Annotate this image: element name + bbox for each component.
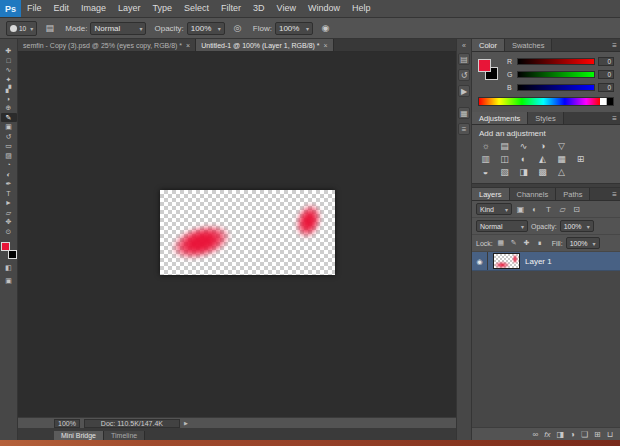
menu-select[interactable]: Select [178,0,215,17]
kind-filter-select[interactable]: Kind ▾ [476,203,512,215]
history-brush-tool[interactable]: ↺ [1,132,17,142]
blur-tool[interactable]: ◔ [1,160,17,170]
layer-name[interactable]: Layer 1 [525,257,552,266]
info-panel-icon[interactable]: ▦ [458,107,470,119]
filter-adjustment-layers-icon[interactable]: ◐ [529,205,540,214]
document-canvas[interactable] [160,190,335,275]
canvas-workspace[interactable] [18,52,456,417]
menu-help[interactable]: Help [346,0,377,17]
quick-selection-tool[interactable]: ✦ [1,75,17,85]
new-group-icon[interactable]: ❏ [581,428,588,441]
lock-all-icon[interactable]: ∎ [535,239,545,247]
lock-image-icon[interactable]: ✎ [509,239,519,247]
tab-layers[interactable]: Layers [472,188,510,200]
tab-timeline[interactable]: Timeline [104,431,145,440]
filter-pixel-layers-icon[interactable]: ▣ [515,205,526,214]
menu-edit[interactable]: Edit [48,0,76,17]
navigator-panel-icon[interactable]: ≡ [458,123,470,135]
vibrance-icon[interactable]: ▽ [552,140,571,153]
menu-3d[interactable]: 3D [247,0,271,17]
layer-visibility-eye-icon[interactable]: ◉ [472,252,488,270]
threshold-icon[interactable]: ◨ [514,166,533,179]
menu-filter[interactable]: Filter [215,0,247,17]
rectangular-marquee-tool[interactable]: □ [1,56,17,66]
menu-window[interactable]: Window [302,0,346,17]
close-icon[interactable]: × [186,42,190,49]
move-tool[interactable]: ✚ [1,46,17,56]
shape-tool[interactable]: ▱ [1,208,17,218]
zoom-tool[interactable]: ⊙ [1,227,17,237]
dodge-tool[interactable]: ◐ [1,170,17,180]
foreground-color-swatch[interactable] [1,242,10,251]
flow-select[interactable]: 100% ▾ [275,22,313,35]
layer-blend-mode-select[interactable]: Normal ▾ [476,220,528,232]
lock-position-icon[interactable]: ✚ [522,239,532,247]
photo-filter-icon[interactable]: ◭ [533,153,552,166]
tab-adjustments[interactable]: Adjustments [472,112,528,124]
posterize-icon[interactable]: ▧ [495,166,514,179]
layer-thumbnail[interactable] [493,253,520,269]
panel-menu-icon[interactable]: ≡ [612,188,617,201]
toggle-brush-panel-icon[interactable]: ▤ [42,23,57,33]
background-color-swatch[interactable] [8,250,17,259]
hand-tool[interactable]: ✥ [1,217,17,227]
status-options-arrow-icon[interactable]: ▶ [184,420,188,426]
foreground-color-swatch[interactable] [478,59,491,72]
link-layers-icon[interactable]: ∞ [533,428,539,441]
quick-mask-icon[interactable]: ◧ [5,263,12,272]
menu-type[interactable]: Type [147,0,179,17]
black-white-icon[interactable]: ◐ [514,153,533,166]
blue-value-field[interactable]: 0 [598,83,614,92]
menu-image[interactable]: Image [75,0,112,17]
channel-mixer-icon[interactable]: ▦ [552,153,571,166]
opacity-select[interactable]: 100% ▾ [187,22,225,35]
color-balance-icon[interactable]: ◫ [495,153,514,166]
new-layer-icon[interactable]: ⊞ [594,428,601,441]
new-adjustment-layer-icon[interactable]: ◑ [570,428,575,441]
color-lookup-icon[interactable]: ⊞ [571,153,590,166]
gradient-map-icon[interactable]: ▩ [533,166,552,179]
lasso-tool[interactable]: ∿ [1,65,17,75]
history-panel-icon[interactable]: ↺ [458,69,470,81]
type-tool[interactable]: T [1,189,17,199]
brush-tool[interactable]: ✎ [1,113,17,123]
path-selection-tool[interactable]: ► [1,198,17,208]
tab-mini-bridge[interactable]: Mini Bridge [54,431,104,440]
menu-file[interactable]: File [21,0,48,17]
filter-smart-objects-icon[interactable]: ⊡ [571,205,582,214]
panel-menu-icon[interactable]: ≡ [612,39,617,52]
blue-slider[interactable] [517,84,595,91]
levels-icon[interactable]: ▤ [495,140,514,153]
add-layer-mask-icon[interactable]: ◨ [556,428,564,441]
brightness-contrast-icon[interactable]: ☼ [476,140,495,153]
document-tab-untitled-1[interactable]: Untitled-1 @ 100% (Layer 1, RGB/8) * × [196,39,333,51]
brush-preset-picker[interactable]: 10 ▾ [6,21,37,36]
clone-stamp-tool[interactable]: ▣ [1,122,17,132]
properties-panel-icon[interactable]: ▤ [458,53,470,65]
red-slider[interactable] [517,58,595,65]
tab-swatches[interactable]: Swatches [505,39,553,51]
tab-paths[interactable]: Paths [556,188,590,200]
menu-layer[interactable]: Layer [112,0,147,17]
screen-mode-icon[interactable]: ▣ [5,276,12,285]
filter-type-layers-icon[interactable]: T [543,205,554,214]
tab-channels[interactable]: Channels [510,188,557,200]
filter-shape-layers-icon[interactable]: ▱ [557,205,568,214]
zoom-level-field[interactable]: 100% [54,419,80,428]
layer-row-layer-1[interactable]: ◉ Layer 1 [472,252,620,271]
tab-color[interactable]: Color [472,39,505,51]
layer-effects-icon[interactable]: fx [544,428,550,441]
delete-layer-icon[interactable]: ⊔ [607,428,613,441]
red-value-field[interactable]: 0 [598,57,614,66]
spot-healing-brush-tool[interactable]: ⊕ [1,103,17,113]
hue-saturation-icon[interactable]: ▥ [476,153,495,166]
document-tab-semfin[interactable]: semfin - Copy (3).psd @ 25% (eyes copy, … [18,39,196,51]
crop-tool[interactable]: ▞ [1,84,17,94]
gradient-tool[interactable]: ▨ [1,151,17,161]
lock-transparency-icon[interactable]: ▦ [496,239,506,247]
pressure-opacity-icon[interactable]: ◎ [230,23,245,33]
eraser-tool[interactable]: ▭ [1,141,17,151]
menu-view[interactable]: View [271,0,302,17]
green-slider[interactable] [517,71,595,78]
selective-color-icon[interactable]: △ [552,166,571,179]
